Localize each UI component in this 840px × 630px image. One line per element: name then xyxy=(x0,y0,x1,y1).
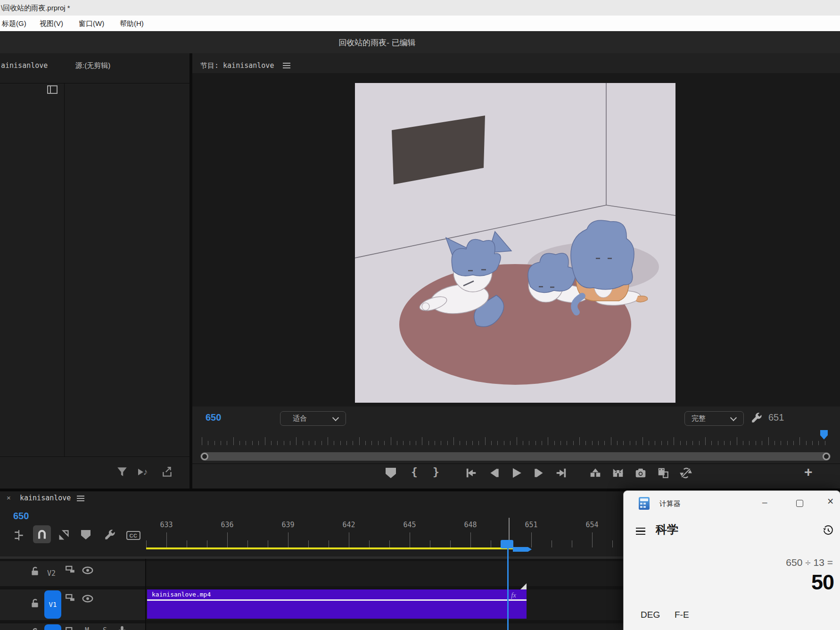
maximize-button[interactable] xyxy=(796,500,803,507)
calculator-app-icon xyxy=(639,497,650,510)
insert-overwrite-icon[interactable] xyxy=(13,529,25,541)
timeline-tab[interactable]: kainisanlove xyxy=(20,494,71,502)
minimize-button[interactable]: – xyxy=(762,497,767,506)
timeline-ruler-tick xyxy=(146,540,147,547)
close-button[interactable]: × xyxy=(827,497,833,506)
calculator-window[interactable]: 计算器 – × 科学 650 ÷ 13 = 50 DEG F-E xyxy=(623,490,840,630)
timeline-ruler-tick xyxy=(329,540,329,547)
calculator-title: 计算器 xyxy=(659,499,681,508)
track-a1-mute-button[interactable]: M xyxy=(85,626,89,630)
timeline-ruler-tick xyxy=(531,532,532,547)
history-icon[interactable] xyxy=(823,525,834,536)
timeline-ruler-tick xyxy=(592,532,593,547)
track-a1-source-badge[interactable] xyxy=(44,624,61,630)
timeline-ruler-tick xyxy=(470,532,471,547)
calculator-expression: 650 ÷ 13 = xyxy=(630,557,833,568)
clip-fold-corner xyxy=(520,583,527,589)
timeline-settings-wrench-icon[interactable] xyxy=(104,529,116,541)
track-v2-lock-icon[interactable] xyxy=(30,566,40,576)
timeline-ruler-tick xyxy=(268,540,268,547)
snap-toggle[interactable] xyxy=(33,525,51,543)
calculator-menu-icon[interactable] xyxy=(636,528,645,535)
track-v1-eye-icon[interactable] xyxy=(82,595,93,603)
timeline-ruler-label: 633 xyxy=(160,521,173,529)
timeline-ruler-label: 645 xyxy=(403,521,416,529)
timeline-ruler-tick xyxy=(410,532,410,547)
track-a1-patch-icon[interactable] xyxy=(65,626,75,630)
clip-kainisanlove[interactable]: kainisanlove.mp4 fx xyxy=(147,589,527,619)
timeline-ruler-tick xyxy=(389,540,390,547)
calculator-mode[interactable]: 科学 xyxy=(656,522,678,537)
timeline-ruler-tick xyxy=(349,532,349,547)
playhead-upper-line xyxy=(509,518,510,540)
captions-icon[interactable]: CC xyxy=(126,531,140,540)
track-a1-solo-button[interactable]: S xyxy=(103,626,107,630)
timeline-ruler-tick xyxy=(450,540,451,547)
track-v2-label[interactable]: V2 xyxy=(47,569,56,578)
deg-button[interactable]: DEG xyxy=(641,610,660,620)
track-v1-patch-icon[interactable] xyxy=(65,593,75,602)
timeline-ruler-label: 648 xyxy=(464,521,477,529)
timeline-ruler-tick xyxy=(247,540,248,547)
playhead-out-bar xyxy=(513,547,532,552)
track-v2-eye-icon[interactable] xyxy=(82,566,93,574)
track-a1-mic-icon[interactable] xyxy=(118,625,126,630)
work-area-bar xyxy=(146,547,528,549)
timeline-ruler-tick xyxy=(572,540,572,547)
timeline-playhead-head[interactable] xyxy=(501,540,513,548)
timeline-ruler-tick xyxy=(552,540,552,547)
clip-fx-badge: fx xyxy=(511,591,516,599)
track-v2-patch-icon[interactable] xyxy=(65,565,75,573)
fe-button[interactable]: F-E xyxy=(675,610,689,620)
track-v1-source-badge[interactable]: V1 xyxy=(44,590,61,619)
screen: \回收站的雨夜.prproj * 标题(G)视图(V)窗口(W)帮助(H) 回收… xyxy=(0,0,840,630)
timeline-ruler-label: 642 xyxy=(342,521,355,529)
timeline-panel-menu-icon[interactable] xyxy=(77,496,84,501)
timeline-ruler-tick xyxy=(491,540,491,547)
timeline-ruler-label: 654 xyxy=(585,521,598,529)
timeline-playhead-line[interactable] xyxy=(507,548,509,630)
timeline-ruler-label: 636 xyxy=(221,521,233,529)
track-v1-lock-icon[interactable] xyxy=(30,598,40,608)
timeline-ruler-label: 639 xyxy=(281,521,294,529)
timeline-ruler-tick xyxy=(430,540,430,547)
timeline-ruler-tick xyxy=(612,540,613,547)
timeline-ruler-tick xyxy=(187,540,187,547)
timeline-ruler-tick xyxy=(369,540,370,547)
calculator-result: 50 xyxy=(630,570,834,595)
clip-title-underline xyxy=(147,599,527,601)
timeline-ruler-tick xyxy=(207,540,207,547)
close-tab-icon[interactable]: × xyxy=(7,494,11,502)
track-a1-lock-icon[interactable] xyxy=(30,627,40,630)
timeline-ruler-label: 651 xyxy=(525,521,537,529)
timeline-ruler-tick xyxy=(227,532,228,547)
linked-selection-icon[interactable] xyxy=(58,529,70,541)
timeline-current-timecode[interactable]: 650 xyxy=(13,511,29,522)
timeline-ruler-tick xyxy=(308,540,309,547)
timeline-ruler-tick xyxy=(288,532,288,547)
clip-name: kainisanlove.mp4 xyxy=(152,591,211,598)
timeline-ruler-tick xyxy=(166,532,167,547)
